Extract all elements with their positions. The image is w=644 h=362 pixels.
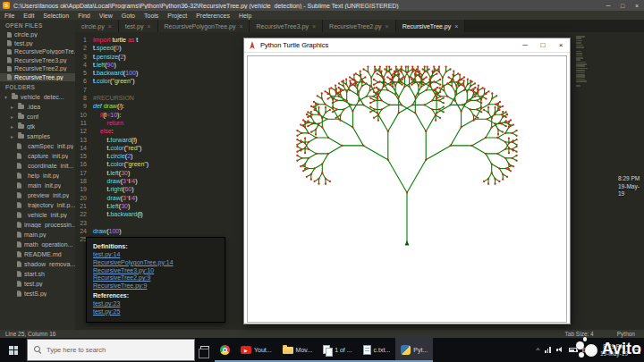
file-icon: [17, 232, 21, 238]
open-file-RecursiveTree2.py[interactable]: RecursiveTree2.py: [0, 64, 75, 73]
open-file-RecursivePolygonTre...[interactable]: RecursivePolygonTre...: [0, 47, 75, 56]
tree-file-_capture_init.py[interactable]: _capture_init.py: [0, 151, 75, 161]
close-tab-icon[interactable]: ×: [239, 23, 242, 29]
open-file-circle.py[interactable]: circle.py: [0, 30, 75, 39]
turtle-minimize-button[interactable]: ─: [516, 38, 534, 52]
open-file-test.py[interactable]: test.py: [0, 39, 75, 48]
tree-file-_preview_init.py[interactable]: _preview_init.py: [0, 190, 75, 200]
folder-.idea[interactable]: ▸ .idea: [0, 102, 75, 112]
tree-file-_vehicle_init.py[interactable]: _vehicle_init.py: [0, 210, 75, 220]
tree-file-_main_init.py[interactable]: _main_init.py: [0, 181, 75, 190]
open-file-RecursiveTree.py[interactable]: RecursiveTree.py: [0, 73, 75, 82]
line-number: 12: [75, 127, 91, 135]
close-tab-icon[interactable]: ×: [147, 23, 150, 29]
turtle-window-title: Python Turtle Graphics: [260, 41, 328, 49]
reference-link[interactable]: test.py:23: [93, 300, 218, 308]
tab-RecursivePolygonTree.py[interactable]: RecursivePolygonTree.py ×: [158, 20, 250, 32]
line-number: 7: [75, 86, 91, 94]
definition-link[interactable]: RecursiveTree2.py:9: [93, 274, 218, 282]
copy-dialog-icon: [323, 345, 332, 355]
line-number: 21: [75, 202, 91, 210]
close-button[interactable]: ×: [630, 0, 644, 11]
taskbar-app-youtube[interactable]: ▶Yout...: [235, 338, 277, 362]
cursor-position: Line 25, Column 16: [5, 331, 55, 337]
turtle-graphics-window[interactable]: Python Turtle Graphics ─ □ ×: [243, 38, 571, 324]
tk-icon: [249, 41, 256, 49]
tree-file-testS.py[interactable]: testS.py: [0, 289, 75, 299]
taskbar-search[interactable]: Type here to search: [27, 339, 195, 361]
tree-file-shadow_remova...[interactable]: shadow_remova...: [0, 259, 75, 269]
taskbar-app-chrome[interactable]: [215, 338, 235, 362]
line-number: 11: [75, 119, 91, 127]
taskbar-app-python[interactable]: Pyt...: [395, 338, 433, 362]
definition-link[interactable]: RecursiveTree.py:9: [93, 282, 218, 290]
definition-link[interactable]: test.py:14: [93, 251, 218, 259]
menu-preferences[interactable]: Preferences: [191, 13, 234, 19]
tree-file-image_processin...[interactable]: image_processin...: [0, 220, 75, 230]
tab-test.py[interactable]: test.py ×: [119, 20, 158, 32]
taskbar-app-folder[interactable]: Mov...: [277, 338, 318, 362]
tree-file-test.py[interactable]: test.py: [0, 279, 75, 289]
taskbar-app-notepad[interactable]: c.txt...: [358, 338, 396, 362]
line-number: 23: [75, 219, 91, 227]
chevron-right-icon: ▸: [11, 133, 15, 139]
tray-expand-icon[interactable]: ^: [537, 346, 540, 354]
menu-file[interactable]: File: [0, 13, 19, 19]
tree-file-_camSpec_init.py[interactable]: _camSpec_init.py: [0, 141, 75, 151]
folder-icon: [18, 124, 24, 129]
syntax-indicator[interactable]: Python: [617, 331, 635, 337]
menu-selection[interactable]: Selection: [38, 13, 73, 19]
folder-samples[interactable]: ▸ samples: [0, 131, 75, 141]
folder-root[interactable]: ▾ vehicle_detec...: [0, 92, 75, 102]
close-tab-icon[interactable]: ×: [454, 23, 458, 29]
menu-help[interactable]: Help: [234, 13, 256, 19]
file-icon: [17, 241, 21, 248]
menu-view[interactable]: View: [95, 13, 117, 19]
line-number: 13: [75, 136, 91, 144]
tree-file-README.md[interactable]: README.md: [0, 249, 75, 259]
tree-file-_trajectory_init.p...[interactable]: _trajectory_init.p...: [0, 200, 75, 210]
definition-link[interactable]: RecursivePolygonTree.py:14: [93, 259, 218, 267]
task-view-button[interactable]: [195, 338, 215, 362]
tab-circle.py[interactable]: circle.py ×: [75, 20, 119, 32]
start-button[interactable]: [0, 338, 27, 362]
minimap[interactable]: [576, 36, 639, 93]
tab-RecursiveTree3.py[interactable]: RecursiveTree3.py ×: [250, 20, 323, 32]
maximize-button[interactable]: □: [615, 0, 630, 11]
menu-find[interactable]: Find: [73, 13, 95, 19]
menu-bar: FileEditSelectionFindViewGotoToolsProjec…: [0, 11, 644, 20]
close-tab-icon[interactable]: ×: [108, 23, 112, 29]
close-tab-icon[interactable]: ×: [386, 23, 389, 29]
folder-tree: ▾ vehicle_detec... ▸ .idea ▸ conf ▸ gtk …: [0, 92, 75, 299]
taskbar-app-copy[interactable]: 1 of ...: [318, 338, 357, 362]
tree-file-main.py[interactable]: main.py: [0, 230, 75, 240]
tab-RecursiveTree2.py[interactable]: RecursiveTree2.py ×: [323, 20, 396, 32]
tree-file-start.sh[interactable]: start.sh: [0, 269, 75, 279]
tab-size-indicator[interactable]: Tab Size: 4: [565, 331, 594, 337]
line-number: 22: [75, 210, 91, 218]
tab-RecursiveTree.py[interactable]: RecursiveTree.py ×: [396, 20, 466, 32]
menu-goto[interactable]: Goto: [117, 13, 140, 19]
minimize-button[interactable]: ─: [601, 0, 615, 11]
avito-logo-icon: [575, 337, 598, 361]
tree-file-math_operation...[interactable]: math_operation...: [0, 240, 75, 249]
turtle-title-bar[interactable]: Python Turtle Graphics ─ □ ×: [244, 38, 570, 53]
volume-icon[interactable]: [556, 347, 564, 354]
chevron-right-icon: ▸: [11, 114, 15, 120]
menu-project[interactable]: Project: [163, 13, 191, 19]
tree-file-_help_init.py[interactable]: _help_init.py: [0, 171, 75, 181]
open-file-RecursiveTree3.py[interactable]: RecursiveTree3.py: [0, 56, 75, 65]
menu-tools[interactable]: Tools: [140, 13, 163, 19]
network-icon[interactable]: [545, 347, 551, 353]
definition-link[interactable]: RecursiveTree3.py:10: [93, 267, 218, 275]
turtle-maximize-button[interactable]: □: [534, 38, 552, 52]
turtle-close-button[interactable]: ×: [552, 38, 570, 52]
menu-edit[interactable]: Edit: [19, 13, 38, 19]
folder-gtk[interactable]: ▸ gtk: [0, 122, 75, 131]
line-number: 2: [75, 44, 91, 52]
folder-conf[interactable]: ▸ conf: [0, 112, 75, 122]
tree-file-_coordinate_init...[interactable]: _coordinate_init...: [0, 161, 75, 171]
reference-link[interactable]: test.py:25: [93, 308, 218, 316]
close-tab-icon[interactable]: ×: [312, 23, 316, 29]
line-number: 17: [75, 169, 91, 177]
